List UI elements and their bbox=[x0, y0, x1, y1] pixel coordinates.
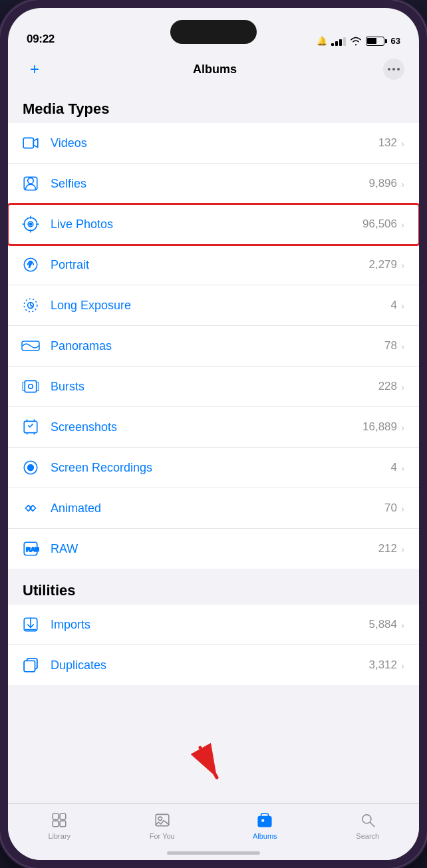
panoramas-count: 78 bbox=[384, 339, 397, 353]
library-tab-icon bbox=[50, 811, 69, 829]
chevron-right-icon: › bbox=[401, 178, 404, 190]
svg-point-5 bbox=[29, 223, 31, 225]
battery-percent: 63 bbox=[391, 36, 400, 46]
raw-icon: RAW bbox=[19, 537, 43, 561]
long-exposure-icon bbox=[19, 293, 43, 317]
svg-rect-35 bbox=[53, 821, 59, 827]
status-icons: 🔔 bbox=[317, 36, 400, 46]
library-tab-label: Library bbox=[48, 832, 71, 840]
list-item[interactable]: Screen Recordings 4 › bbox=[8, 448, 419, 488]
screen-recordings-label: Screen Recordings bbox=[51, 461, 391, 475]
screenshot-icon bbox=[19, 415, 43, 439]
portrait-icon: f bbox=[19, 253, 43, 277]
more-options-button[interactable] bbox=[383, 59, 404, 80]
chevron-right-icon: › bbox=[401, 660, 404, 671]
tab-library[interactable]: Library bbox=[8, 811, 111, 840]
list-item[interactable]: Panoramas 78 › bbox=[8, 326, 419, 366]
screen-recordings-count: 4 bbox=[391, 461, 397, 474]
svg-line-42 bbox=[370, 822, 374, 827]
svg-line-15 bbox=[31, 305, 33, 307]
bursts-count: 228 bbox=[378, 380, 397, 393]
add-album-button[interactable]: + bbox=[23, 60, 47, 78]
svg-point-1 bbox=[28, 178, 34, 184]
panorama-icon bbox=[19, 334, 43, 358]
selfie-icon bbox=[19, 172, 43, 196]
svg-rect-36 bbox=[60, 821, 66, 827]
svg-rect-30 bbox=[24, 661, 35, 672]
duplicates-count: 3,312 bbox=[368, 658, 397, 672]
chevron-right-icon: › bbox=[401, 462, 404, 474]
status-time: 09:22 bbox=[27, 33, 55, 46]
albums-tab-icon bbox=[255, 811, 274, 829]
search-tab-icon bbox=[358, 811, 377, 829]
duplicates-label: Duplicates bbox=[51, 658, 368, 672]
video-icon bbox=[19, 131, 43, 155]
dot-icon bbox=[388, 68, 390, 71]
svg-rect-40 bbox=[261, 819, 265, 822]
tab-search[interactable]: Search bbox=[317, 811, 420, 840]
selfies-label: Selfies bbox=[51, 177, 368, 191]
import-icon bbox=[19, 613, 43, 637]
chevron-right-icon: › bbox=[401, 381, 404, 392]
svg-rect-37 bbox=[156, 814, 169, 825]
svg-rect-17 bbox=[25, 380, 36, 392]
chevron-right-icon: › bbox=[401, 619, 404, 631]
screen-recording-icon bbox=[19, 456, 43, 480]
live-photos-label: Live Photos bbox=[51, 217, 362, 231]
search-tab-label: Search bbox=[356, 832, 379, 840]
list-item[interactable]: Videos 132 › bbox=[8, 123, 419, 164]
list-item[interactable]: f Portrait 2,279 › bbox=[8, 245, 419, 285]
list-item[interactable]: Selfies 9,896 › bbox=[8, 164, 419, 204]
albums-tab-label: Albums bbox=[253, 832, 277, 840]
home-indicator bbox=[167, 851, 260, 855]
chevron-right-icon: › bbox=[401, 503, 404, 514]
signal-strength-icon bbox=[331, 37, 346, 46]
chevron-right-icon: › bbox=[401, 422, 404, 433]
chevron-right-icon: › bbox=[401, 341, 404, 352]
list-item[interactable]: Imports 5,884 › bbox=[8, 605, 419, 645]
content-area: Media Types Videos 132 › bbox=[8, 87, 419, 803]
raw-count: 212 bbox=[378, 542, 397, 555]
chevron-right-icon: › bbox=[401, 219, 404, 230]
raw-label: RAW bbox=[51, 542, 378, 556]
utilities-section-header: Utilities bbox=[8, 569, 419, 605]
tab-for-you[interactable]: For You bbox=[111, 811, 214, 840]
chevron-right-icon: › bbox=[401, 300, 404, 311]
duplicate-icon bbox=[19, 653, 43, 677]
list-item[interactable]: Duplicates 3,312 › bbox=[8, 645, 419, 685]
panoramas-label: Panoramas bbox=[51, 339, 384, 353]
list-item[interactable]: RAW RAW 212 › bbox=[8, 529, 419, 569]
videos-count: 132 bbox=[378, 136, 397, 150]
svg-point-20 bbox=[29, 384, 33, 389]
list-item[interactable]: Animated 70 › bbox=[8, 488, 419, 529]
burst-icon bbox=[19, 374, 43, 398]
live-photos-item[interactable]: Live Photos 96,506 › bbox=[8, 204, 419, 245]
dot-icon bbox=[397, 68, 400, 71]
list-item[interactable]: Long Exposure 4 › bbox=[8, 285, 419, 326]
tab-albums[interactable]: Albums bbox=[214, 811, 317, 840]
svg-text:RAW: RAW bbox=[26, 545, 39, 553]
dot-icon bbox=[392, 68, 395, 71]
dynamic-island bbox=[170, 20, 257, 44]
page-title: Albums bbox=[193, 63, 237, 76]
imports-count: 5,884 bbox=[368, 618, 397, 631]
chevron-right-icon: › bbox=[401, 138, 404, 149]
list-item[interactable]: Bursts 228 › bbox=[8, 366, 419, 407]
utilities-list: Imports 5,884 › Duplicates bbox=[8, 605, 419, 685]
portrait-count: 2,279 bbox=[368, 258, 397, 271]
svg-rect-33 bbox=[53, 813, 59, 819]
imports-label: Imports bbox=[51, 618, 368, 632]
list-item[interactable]: Screenshots 16,889 › bbox=[8, 407, 419, 448]
phone-screen: 09:22 🔔 bbox=[8, 8, 419, 860]
live-photos-count: 96,506 bbox=[362, 217, 397, 231]
portrait-label: Portrait bbox=[51, 258, 368, 272]
animated-count: 70 bbox=[384, 502, 397, 515]
screenshots-count: 16,889 bbox=[362, 420, 397, 434]
bursts-label: Bursts bbox=[51, 380, 378, 394]
media-types-list: Videos 132 › Selfies 9,896 › bbox=[8, 123, 419, 569]
long-exposure-count: 4 bbox=[391, 299, 397, 312]
animated-label: Animated bbox=[51, 502, 384, 515]
videos-label: Videos bbox=[51, 136, 378, 150]
svg-point-23 bbox=[28, 465, 34, 471]
animated-icon bbox=[19, 496, 43, 520]
